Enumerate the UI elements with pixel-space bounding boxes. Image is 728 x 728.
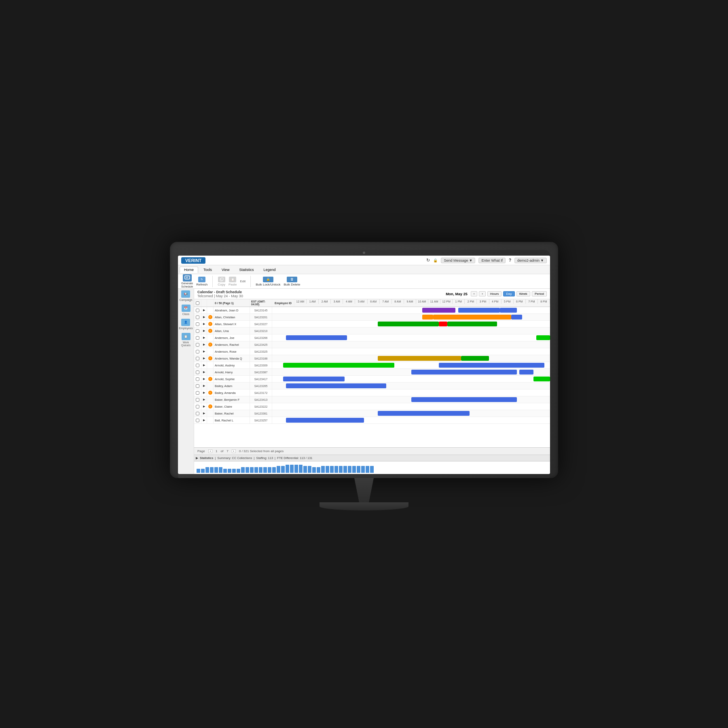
nav-tab-statistics[interactable]: Statistics bbox=[235, 267, 258, 273]
expand-cell-6[interactable]: ▶ bbox=[201, 348, 207, 355]
expand-cell-12[interactable]: ▶ bbox=[201, 389, 207, 396]
sidebar-item-campaign[interactable]: 📢 Campaign bbox=[180, 290, 193, 301]
next-page-button[interactable]: › bbox=[232, 449, 236, 453]
schedule-bar-15-0[interactable] bbox=[378, 411, 470, 415]
expand-cell-14[interactable]: ▶ bbox=[201, 403, 207, 410]
timeline-cell-16[interactable] bbox=[272, 417, 550, 423]
day-button[interactable]: Day bbox=[503, 291, 514, 296]
timeline-cell-3[interactable] bbox=[272, 328, 550, 334]
enter-what-if-button[interactable]: Enter What If bbox=[478, 258, 506, 263]
check-cell-9[interactable] bbox=[194, 369, 201, 375]
schedule-bar-1-2[interactable] bbox=[511, 315, 522, 319]
schedule-bar-2-2[interactable] bbox=[447, 322, 497, 326]
schedule-bar-7-0[interactable] bbox=[378, 356, 461, 360]
week-button[interactable]: Week bbox=[516, 291, 530, 296]
nav-tab-home[interactable]: Home bbox=[180, 267, 198, 273]
period-button[interactable]: Period bbox=[532, 291, 547, 296]
expand-cell-2[interactable]: ▶ bbox=[201, 321, 207, 327]
check-cell-6[interactable] bbox=[194, 348, 201, 355]
expand-cell-5[interactable]: ▶ bbox=[201, 341, 207, 348]
refresh-button[interactable]: ↻ Refresh bbox=[196, 277, 207, 286]
timeline-cell-2[interactable] bbox=[272, 321, 550, 327]
check-cell-0[interactable] bbox=[194, 307, 201, 313]
expand-cell-16[interactable]: ▶ bbox=[201, 417, 207, 423]
schedule-bar-0-0[interactable] bbox=[422, 308, 455, 312]
schedule-bar-1-0[interactable] bbox=[422, 315, 433, 319]
schedule-bar-7-1[interactable] bbox=[461, 356, 489, 360]
timeline-cell-10[interactable] bbox=[272, 376, 550, 382]
check-cell-7[interactable] bbox=[194, 355, 201, 362]
timeline-cell-6[interactable] bbox=[272, 348, 550, 355]
expand-cell-9[interactable]: ▶ bbox=[201, 369, 207, 375]
sidebar-item-employees[interactable]: 👤 Employees bbox=[179, 319, 193, 330]
schedule-bar-8-1[interactable] bbox=[439, 363, 544, 367]
user-menu[interactable]: demo2-admin ▼ bbox=[514, 258, 547, 263]
schedule-bar-9-0[interactable] bbox=[411, 370, 517, 374]
expand-cell-4[interactable]: ▶ bbox=[201, 334, 207, 341]
check-cell-1[interactable] bbox=[194, 314, 201, 320]
schedule-bar-1-1[interactable] bbox=[433, 315, 511, 319]
check-all-checkbox[interactable] bbox=[196, 301, 199, 305]
timeline-cell-14[interactable] bbox=[272, 403, 550, 410]
prev-date-button[interactable]: ‹ bbox=[471, 291, 478, 296]
expand-cell-3[interactable]: ▶ bbox=[201, 328, 207, 334]
timeline-cell-15[interactable] bbox=[272, 410, 550, 417]
schedule-bar-16-0[interactable] bbox=[286, 418, 364, 422]
help-button[interactable]: ? bbox=[509, 258, 511, 262]
expand-cell-0[interactable]: ▶ bbox=[201, 307, 207, 313]
timeline-cell-0[interactable] bbox=[272, 307, 550, 313]
check-all-cell[interactable] bbox=[194, 299, 201, 307]
check-cell-5[interactable] bbox=[194, 341, 201, 348]
schedule-bar-8-0[interactable] bbox=[283, 363, 394, 367]
send-message-button[interactable]: Send Message ▼ bbox=[441, 258, 475, 263]
sidebar-item-class[interactable]: 📅 Class bbox=[182, 305, 190, 315]
check-cell-2[interactable] bbox=[194, 321, 201, 327]
schedule-bar-10-0[interactable] bbox=[283, 377, 344, 381]
timeline-cell-12[interactable] bbox=[272, 389, 550, 396]
schedule-bar-4-0[interactable] bbox=[286, 335, 347, 340]
check-cell-16[interactable] bbox=[194, 417, 201, 423]
nav-tab-view[interactable]: View bbox=[217, 267, 234, 273]
schedule-bar-10-1[interactable] bbox=[533, 377, 550, 381]
stats-collapse-icon[interactable]: ▶ bbox=[196, 456, 198, 460]
schedule-bar-2-0[interactable] bbox=[378, 322, 439, 326]
timeline-cell-11[interactable] bbox=[272, 383, 550, 389]
check-cell-12[interactable] bbox=[194, 389, 201, 396]
schedule-bar-4-1[interactable] bbox=[536, 335, 550, 340]
schedule-bar-11-0[interactable] bbox=[286, 383, 386, 388]
check-cell-11[interactable] bbox=[194, 383, 201, 389]
expand-cell-7[interactable]: ▶ bbox=[201, 355, 207, 362]
schedule-bar-0-2[interactable] bbox=[500, 308, 516, 312]
timeline-cell-9[interactable] bbox=[272, 369, 550, 375]
generate-schedule-button[interactable]: GenerateSchedule bbox=[181, 274, 193, 289]
expand-cell-8[interactable]: ▶ bbox=[201, 362, 207, 368]
check-cell-13[interactable] bbox=[194, 396, 201, 403]
schedule-grid[interactable]: 0 / 50 (Page 1) EST (GMT-04:00) Employee… bbox=[194, 299, 550, 447]
prev-page-button[interactable]: ‹ bbox=[208, 449, 212, 453]
bulk-delete-button[interactable]: 🗑 Bulk Delete bbox=[284, 277, 301, 286]
hours-button[interactable]: Hours bbox=[487, 291, 502, 296]
paste-button[interactable]: 📋 Paste bbox=[229, 277, 237, 286]
sidebar-item-work-queues[interactable]: 📋 Work Queues bbox=[178, 333, 194, 347]
timeline-cell-5[interactable] bbox=[272, 341, 550, 348]
check-cell-10[interactable] bbox=[194, 376, 201, 382]
expand-cell-1[interactable]: ▶ bbox=[201, 314, 207, 320]
timeline-cell-8[interactable] bbox=[272, 362, 550, 368]
timeline-cell-7[interactable] bbox=[272, 355, 550, 362]
timeline-cell-4[interactable] bbox=[272, 334, 550, 341]
bulk-lock-button[interactable]: 🔒 Bulk Lock/Unlock bbox=[256, 277, 280, 286]
expand-cell-13[interactable]: ▶ bbox=[201, 396, 207, 403]
expand-cell-15[interactable]: ▶ bbox=[201, 410, 207, 417]
check-cell-14[interactable] bbox=[194, 403, 201, 410]
copy-button[interactable]: Copy bbox=[218, 277, 225, 286]
check-cell-15[interactable] bbox=[194, 410, 201, 417]
schedule-bar-9-1[interactable] bbox=[519, 370, 533, 374]
expand-cell-10[interactable]: ▶ bbox=[201, 376, 207, 382]
nav-tab-tools[interactable]: Tools bbox=[199, 267, 216, 273]
check-cell-8[interactable] bbox=[194, 362, 201, 368]
timeline-cell-13[interactable] bbox=[272, 396, 550, 403]
schedule-bar-13-0[interactable] bbox=[411, 397, 517, 402]
next-date-button[interactable]: › bbox=[479, 291, 486, 296]
schedule-bar-0-1[interactable] bbox=[458, 308, 500, 312]
schedule-bar-2-1[interactable] bbox=[439, 322, 447, 326]
